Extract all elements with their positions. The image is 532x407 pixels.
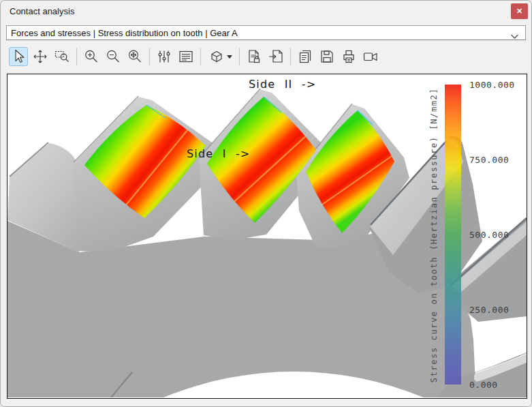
zoom-fit-icon xyxy=(127,48,143,65)
window-title: Contact analysis xyxy=(10,6,74,16)
title-bar: Contact analysis ✕ xyxy=(1,1,531,22)
color-scale-tick-1000: 1000.000 xyxy=(469,80,515,90)
3d-viewport[interactable]: Side II -> Side I -> 1000.000 750.000 50… xyxy=(7,74,527,399)
cube-icon xyxy=(208,48,225,65)
zoom-out-button[interactable] xyxy=(104,47,123,66)
toolbar-separator xyxy=(149,48,150,65)
side-2-annotation: Side II -> xyxy=(249,78,316,91)
save-button[interactable] xyxy=(317,47,337,66)
selector-value: Forces and stresses | Stress distributio… xyxy=(7,28,238,38)
toolbar-separator xyxy=(76,48,77,65)
dropdown-caret-icon xyxy=(227,55,232,59)
zoom-in-button[interactable] xyxy=(82,47,101,66)
color-scale-tick-750: 750.000 xyxy=(469,155,509,165)
color-scale-tick-0: 0.000 xyxy=(469,380,498,390)
toolbar-separator xyxy=(239,48,240,65)
toolbar-separator xyxy=(290,48,291,65)
move-arrows-icon xyxy=(32,48,48,65)
color-scale-title: Stress curve on tooth (Hertzian pressure… xyxy=(429,74,441,399)
document-arrow-icon xyxy=(268,48,284,65)
zoom-in-icon xyxy=(83,48,99,65)
gear-mesh-scene xyxy=(7,74,527,397)
copy-button[interactable] xyxy=(296,47,315,66)
color-scale-bar xyxy=(445,85,461,385)
color-scale-tick-250: 250.000 xyxy=(469,305,509,315)
export-report-button[interactable] xyxy=(266,47,285,66)
select-button[interactable] xyxy=(9,47,28,66)
sliders-icon xyxy=(156,48,172,65)
copy-icon xyxy=(297,48,313,65)
view-3d-button[interactable] xyxy=(206,47,234,66)
zoom-out-icon xyxy=(105,48,121,65)
protected-report-button[interactable] xyxy=(245,47,264,66)
zoom-window-button[interactable] xyxy=(52,47,72,66)
analysis-selector-dropdown[interactable]: Forces and stresses | Stress distributio… xyxy=(6,25,526,40)
cursor-arrow-icon xyxy=(10,48,27,65)
toolbar-separator xyxy=(200,48,201,65)
record-video-button[interactable] xyxy=(361,47,380,66)
printer-icon xyxy=(341,48,357,65)
close-icon: ✕ xyxy=(516,7,522,16)
toolbar xyxy=(1,41,531,72)
pan-button[interactable] xyxy=(31,47,50,66)
text-lines-icon xyxy=(178,48,194,65)
contact-analysis-window: Contact analysis ✕ Forces and stresses |… xyxy=(0,0,532,407)
floppy-disk-icon xyxy=(319,48,335,65)
zoom-fit-button[interactable] xyxy=(125,47,144,66)
close-button[interactable]: ✕ xyxy=(511,3,528,19)
side-1-annotation: Side I -> xyxy=(187,147,250,160)
color-scale-tick-500: 500.000 xyxy=(469,230,509,240)
legend-button[interactable] xyxy=(176,47,195,66)
document-lock-icon xyxy=(246,48,262,65)
zoom-rectangle-icon xyxy=(54,48,70,65)
display-settings-button[interactable] xyxy=(155,47,174,66)
print-button[interactable] xyxy=(339,47,358,66)
video-camera-icon xyxy=(362,48,379,65)
